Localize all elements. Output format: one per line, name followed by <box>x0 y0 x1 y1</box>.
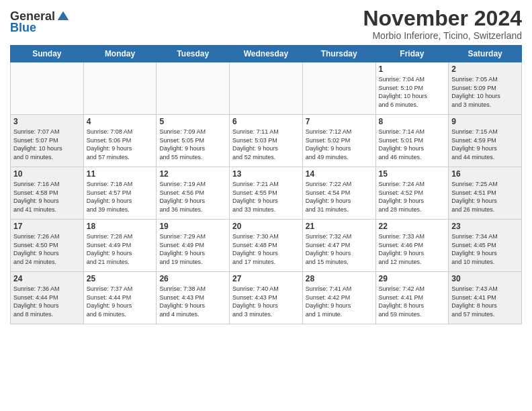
calendar-cell: 30Sunrise: 7:43 AMSunset: 4:41 PMDayligh… <box>449 272 522 324</box>
day-number: 22 <box>379 222 446 231</box>
calendar-cell: 28Sunrise: 7:41 AMSunset: 4:42 PMDayligh… <box>302 272 375 324</box>
day-info: Sunrise: 7:21 AMSunset: 4:55 PMDaylight:… <box>232 180 300 214</box>
day-info: Sunrise: 7:04 AMSunset: 5:10 PMDaylight:… <box>379 75 446 109</box>
calendar-cell: 11Sunrise: 7:18 AMSunset: 4:57 PMDayligh… <box>83 167 157 220</box>
logo-icon <box>56 10 70 24</box>
calendar-cell: 3Sunrise: 7:07 AMSunset: 5:07 PMDaylight… <box>11 115 84 167</box>
calendar-week-3: 17Sunrise: 7:26 AMSunset: 4:50 PMDayligh… <box>11 220 522 272</box>
day-info: Sunrise: 7:24 AMSunset: 4:52 PMDaylight:… <box>379 180 446 214</box>
day-number: 8 <box>379 117 446 126</box>
header-saturday: Saturday <box>449 46 522 62</box>
day-info: Sunrise: 7:14 AMSunset: 5:01 PMDaylight:… <box>379 128 446 161</box>
day-info: Sunrise: 7:18 AMSunset: 4:57 PMDaylight:… <box>87 180 154 214</box>
day-info: Sunrise: 7:05 AMSunset: 5:09 PMDaylight:… <box>451 75 519 109</box>
day-number: 10 <box>13 169 81 179</box>
day-info: Sunrise: 7:28 AMSunset: 4:49 PMDaylight:… <box>87 232 154 266</box>
day-info: Sunrise: 7:09 AMSunset: 5:05 PMDaylight:… <box>159 128 226 161</box>
subtitle: Morbio Inferiore, Ticino, Switzerland <box>363 30 522 41</box>
day-number: 15 <box>379 169 446 179</box>
day-number: 23 <box>451 222 519 231</box>
calendar-cell: 27Sunrise: 7:40 AMSunset: 4:43 PMDayligh… <box>230 272 303 324</box>
calendar-cell: 5Sunrise: 7:09 AMSunset: 5:05 PMDaylight… <box>157 115 230 167</box>
day-number: 16 <box>451 169 519 179</box>
day-number: 30 <box>451 274 519 283</box>
day-info: Sunrise: 7:38 AMSunset: 4:43 PMDaylight:… <box>159 285 226 318</box>
day-number: 18 <box>87 222 154 231</box>
day-number: 25 <box>87 274 154 283</box>
calendar-cell: 21Sunrise: 7:32 AMSunset: 4:47 PMDayligh… <box>302 220 375 272</box>
day-number: 5 <box>159 117 226 126</box>
day-info: Sunrise: 7:07 AMSunset: 5:07 PMDaylight:… <box>13 128 81 161</box>
day-info: Sunrise: 7:40 AMSunset: 4:43 PMDaylight:… <box>232 285 300 318</box>
calendar-week-0: 1Sunrise: 7:04 AMSunset: 5:10 PMDaylight… <box>11 62 522 115</box>
day-info: Sunrise: 7:25 AMSunset: 4:51 PMDaylight:… <box>451 180 519 214</box>
day-info: Sunrise: 7:11 AMSunset: 5:03 PMDaylight:… <box>232 128 300 161</box>
calendar-cell: 17Sunrise: 7:26 AMSunset: 4:50 PMDayligh… <box>11 220 84 272</box>
calendar-cell: 26Sunrise: 7:38 AMSunset: 4:43 PMDayligh… <box>157 272 230 324</box>
calendar-week-2: 10Sunrise: 7:16 AMSunset: 4:58 PMDayligh… <box>11 167 522 220</box>
calendar-header-row: Sunday Monday Tuesday Wednesday Thursday… <box>11 46 522 62</box>
calendar-cell: 24Sunrise: 7:36 AMSunset: 4:44 PMDayligh… <box>11 272 84 324</box>
day-info: Sunrise: 7:32 AMSunset: 4:47 PMDaylight:… <box>306 232 373 266</box>
day-number: 6 <box>232 117 300 126</box>
day-info: Sunrise: 7:43 AMSunset: 4:41 PMDaylight:… <box>451 285 519 318</box>
day-info: Sunrise: 7:16 AMSunset: 4:58 PMDaylight:… <box>13 180 81 214</box>
day-info: Sunrise: 7:26 AMSunset: 4:50 PMDaylight:… <box>13 232 81 266</box>
calendar-cell: 10Sunrise: 7:16 AMSunset: 4:58 PMDayligh… <box>11 167 84 220</box>
day-info: Sunrise: 7:37 AMSunset: 4:44 PMDaylight:… <box>87 285 154 318</box>
calendar-week-1: 3Sunrise: 7:07 AMSunset: 5:07 PMDaylight… <box>11 115 522 167</box>
day-info: Sunrise: 7:12 AMSunset: 5:02 PMDaylight:… <box>306 128 373 161</box>
day-number: 26 <box>159 274 226 283</box>
calendar-cell: 8Sunrise: 7:14 AMSunset: 5:01 PMDaylight… <box>375 115 449 167</box>
header-sunday: Sunday <box>11 46 84 62</box>
calendar-cell: 9Sunrise: 7:15 AMSunset: 4:59 PMDaylight… <box>449 115 522 167</box>
day-number: 20 <box>232 222 300 231</box>
day-info: Sunrise: 7:15 AMSunset: 4:59 PMDaylight:… <box>451 128 519 161</box>
calendar-cell: 20Sunrise: 7:30 AMSunset: 4:48 PMDayligh… <box>230 220 303 272</box>
day-number: 12 <box>159 169 226 179</box>
day-number: 2 <box>451 64 519 74</box>
day-info: Sunrise: 7:22 AMSunset: 4:54 PMDaylight:… <box>306 180 373 214</box>
calendar-cell: 18Sunrise: 7:28 AMSunset: 4:49 PMDayligh… <box>83 220 157 272</box>
day-info: Sunrise: 7:41 AMSunset: 4:42 PMDaylight:… <box>306 285 373 318</box>
day-number: 27 <box>232 274 300 283</box>
day-number: 24 <box>13 274 81 283</box>
calendar-cell: 12Sunrise: 7:19 AMSunset: 4:56 PMDayligh… <box>157 167 230 220</box>
page-container: General Blue November 2024 Morbio Inferi… <box>0 0 532 328</box>
day-number: 21 <box>306 222 373 231</box>
calendar-cell <box>302 62 375 115</box>
calendar-cell: 14Sunrise: 7:22 AMSunset: 4:54 PMDayligh… <box>302 167 375 220</box>
day-number: 3 <box>13 117 81 126</box>
header-monday: Monday <box>83 46 157 62</box>
calendar-cell: 19Sunrise: 7:29 AMSunset: 4:49 PMDayligh… <box>157 220 230 272</box>
day-number: 11 <box>87 169 154 179</box>
day-number: 17 <box>13 222 81 231</box>
calendar-cell <box>11 62 84 115</box>
header-tuesday: Tuesday <box>157 46 230 62</box>
header-friday: Friday <box>375 46 449 62</box>
day-info: Sunrise: 7:34 AMSunset: 4:45 PMDaylight:… <box>451 232 519 266</box>
calendar-cell: 2Sunrise: 7:05 AMSunset: 5:09 PMDaylight… <box>449 62 522 115</box>
calendar-cell: 6Sunrise: 7:11 AMSunset: 5:03 PMDaylight… <box>230 115 303 167</box>
calendar-cell: 29Sunrise: 7:42 AMSunset: 4:41 PMDayligh… <box>375 272 449 324</box>
day-info: Sunrise: 7:08 AMSunset: 5:06 PMDaylight:… <box>87 128 154 161</box>
month-title: November 2024 <box>363 7 522 30</box>
calendar-cell: 15Sunrise: 7:24 AMSunset: 4:52 PMDayligh… <box>375 167 449 220</box>
logo-blue-text: Blue <box>10 21 36 35</box>
calendar-cell: 25Sunrise: 7:37 AMSunset: 4:44 PMDayligh… <box>83 272 157 324</box>
calendar-cell: 22Sunrise: 7:33 AMSunset: 4:46 PMDayligh… <box>375 220 449 272</box>
calendar-cell: 23Sunrise: 7:34 AMSunset: 4:45 PMDayligh… <box>449 220 522 272</box>
day-number: 1 <box>379 64 446 74</box>
calendar-table: Sunday Monday Tuesday Wednesday Thursday… <box>10 45 522 324</box>
calendar-cell <box>83 62 157 115</box>
calendar-cell <box>230 62 303 115</box>
day-number: 14 <box>306 169 373 179</box>
day-info: Sunrise: 7:33 AMSunset: 4:46 PMDaylight:… <box>379 232 446 266</box>
day-number: 13 <box>232 169 300 179</box>
day-info: Sunrise: 7:29 AMSunset: 4:49 PMDaylight:… <box>159 232 226 266</box>
header-thursday: Thursday <box>302 46 375 62</box>
logo: General Blue <box>10 9 70 35</box>
calendar-week-4: 24Sunrise: 7:36 AMSunset: 4:44 PMDayligh… <box>11 272 522 324</box>
day-number: 7 <box>306 117 373 126</box>
day-number: 19 <box>159 222 226 231</box>
